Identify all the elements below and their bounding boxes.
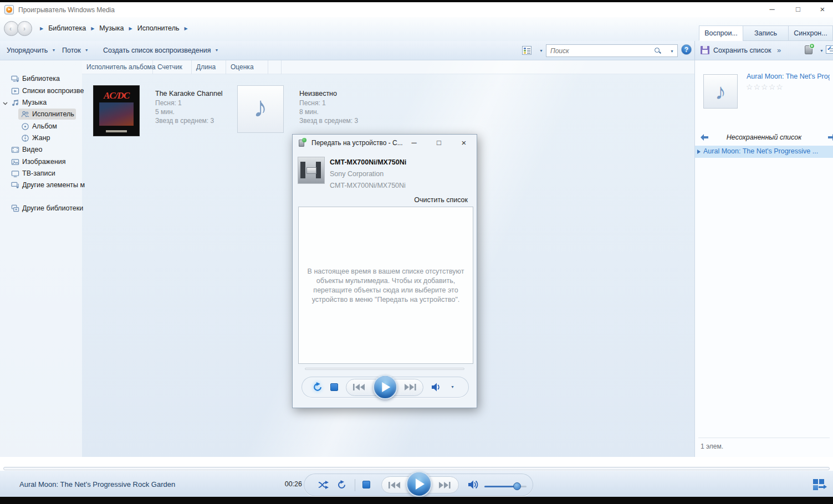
album-artist-title[interactable]: The Karaoke Channel <box>155 89 238 99</box>
breadcrumb-arrow-icon: ▶ <box>91 26 94 31</box>
sidebar-item-label: Списки воспроизве <box>22 87 84 95</box>
dialog-close-button[interactable]: × <box>456 136 472 150</box>
album-song-count: Песня: 1 <box>155 99 238 107</box>
album-meta: The Karaoke ChannelПесня: 15 мин.Звезд в… <box>155 89 238 125</box>
sidebar-item-album[interactable]: Альбом <box>0 121 82 132</box>
dialog-title: Передать на устройство - C... <box>311 139 403 147</box>
sidebar-item-label: Жанр <box>32 134 50 142</box>
save-icon <box>701 46 709 54</box>
stream-button[interactable]: Поток▼ <box>59 41 92 60</box>
next-button[interactable] <box>438 482 451 490</box>
breadcrumb: ▶Библиотека▶Музыка▶Исполнитель▶ <box>40 24 188 32</box>
dialog-minimize-button[interactable]: ─ <box>406 136 422 150</box>
sidebar-item-playlists[interactable]: Списки воспроизве <box>0 85 82 97</box>
playlist-item[interactable]: Aural Moon: The Net's Progressive ... <box>695 146 833 158</box>
chevron-down-icon[interactable]: ▼ <box>670 49 674 53</box>
breadcrumb-item-0[interactable]: Библиотека <box>47 24 87 32</box>
rating-stars[interactable]: ☆☆☆☆☆ <box>746 83 784 91</box>
navigation-sidebar: БиблиотекаСписки воспроизвеМузыкаИсполни… <box>0 60 82 457</box>
clear-list-button[interactable]: Очистить список <box>414 196 468 204</box>
sync-device-button[interactable]: ▼ <box>804 44 824 56</box>
dialog-volume-button[interactable] <box>431 382 440 394</box>
arrow-right-icon <box>819 486 824 488</box>
transport-controls <box>304 474 533 496</box>
title-bar: Проигрыватель Windows Media ─ □ × <box>0 2 833 17</box>
items-count: 1 элем. <box>701 443 723 450</box>
shuffle-button[interactable] <box>318 481 329 491</box>
search-icon[interactable] <box>654 47 661 54</box>
search-input[interactable] <box>550 46 645 55</box>
view-options-button[interactable]: ▼ <box>521 45 544 56</box>
sidebar-item-video[interactable]: Видео <box>0 144 82 156</box>
sidebar-item-label: ТВ-записи <box>22 169 55 177</box>
sidebar-item-music[interactable]: Музыка <box>0 97 82 109</box>
save-list-button[interactable]: Сохранить список <box>713 41 771 60</box>
column-header-1[interactable]: Счетчик <box>153 60 192 74</box>
album-meta: НеизвестноПесня: 18 мин.Звезд в среднем:… <box>299 89 382 125</box>
sidebar-item-other-media[interactable]: Другие элементы м <box>0 179 82 191</box>
breadcrumb-item-1[interactable]: Музыка <box>98 24 125 32</box>
dialog-play-button[interactable] <box>373 375 397 399</box>
repeat-button[interactable] <box>337 480 346 491</box>
create-playlist-button[interactable]: Создать список воспроизведения▼ <box>100 41 222 60</box>
dialog-maximize-button[interactable]: □ <box>431 136 447 150</box>
album-art-note[interactable]: ♪ <box>237 85 284 136</box>
back-button[interactable]: ‹ <box>4 21 19 36</box>
dialog-next-button[interactable] <box>403 384 417 392</box>
help-button[interactable]: ? <box>681 44 692 55</box>
maximize-button[interactable]: □ <box>790 3 806 16</box>
tab-burn[interactable]: Запись <box>743 25 788 41</box>
tab-play[interactable]: Воспрои... <box>699 25 743 41</box>
mute-button[interactable] <box>468 480 480 491</box>
column-header-2[interactable]: Длина <box>192 60 226 74</box>
chevron-down-icon: ▼ <box>214 48 218 52</box>
column-header-0[interactable]: Исполнитель альбома <box>82 60 153 74</box>
album-artist-title[interactable]: Неизвестно <box>299 89 382 99</box>
wmp-window: Проигрыватель Windows Media ─ □ × ‹ › ▶Б… <box>0 2 833 497</box>
album-rating: Звезд в среднем: 3 <box>155 116 238 125</box>
play-list-pane: ♪ Aural Moon: The Net's Prog... ☆☆☆☆☆ Не… <box>694 60 833 457</box>
album-length: 5 мин. <box>155 107 238 116</box>
organize-button[interactable]: Упорядочить▼ <box>3 41 59 60</box>
sidebar-item-tv[interactable]: ТВ-записи <box>0 168 82 179</box>
sidebar-item-other-libraries[interactable]: Другие библиотеки <box>0 203 82 214</box>
volume-slider[interactable] <box>484 486 527 487</box>
dialog-scrollbar[interactable] <box>305 368 464 370</box>
next-list-arrow-button[interactable] <box>827 133 833 141</box>
play-button[interactable] <box>406 471 432 497</box>
forward-button[interactable]: › <box>17 21 32 36</box>
sidebar-item-label: Другие библиотеки <box>22 204 83 212</box>
back-arrow-icon: ‹ <box>9 25 12 33</box>
green-play-badge-icon <box>809 43 815 49</box>
chevron-expanded-icon[interactable] <box>3 100 8 105</box>
stop-button[interactable] <box>362 481 370 488</box>
close-button[interactable]: × <box>814 3 831 16</box>
now-playing-title-link[interactable]: Aural Moon: The Net's Prog... <box>747 73 830 80</box>
seek-slider[interactable] <box>3 467 830 470</box>
list-options-button[interactable]: ▼ <box>826 44 833 56</box>
switch-to-now-playing-button[interactable] <box>813 479 826 492</box>
sidebar-item-artist[interactable]: Исполнитель <box>0 109 82 120</box>
volume-knob[interactable] <box>513 482 521 490</box>
album-length: 8 мин. <box>299 107 382 116</box>
previous-button[interactable] <box>388 482 401 490</box>
acdc-album-cover: AC/DC <box>93 85 140 136</box>
sidebar-item-genre[interactable]: Жанр <box>0 132 82 144</box>
volume-fill <box>484 486 517 487</box>
minimize-button[interactable]: ─ <box>764 3 780 16</box>
column-header-3[interactable]: Оценка <box>226 60 268 74</box>
dialog-repeat-button[interactable] <box>313 382 323 394</box>
album-art-acdc[interactable]: AC/DC <box>93 85 140 136</box>
sidebar-item-library[interactable]: Библиотека <box>0 73 82 85</box>
overflow-chevron-button[interactable]: » <box>777 41 781 60</box>
dialog-stop-button[interactable] <box>330 383 338 391</box>
breadcrumb-arrow-icon: ▶ <box>40 26 43 31</box>
cast-queue-list[interactable]: В настоящее время в вашем списке отсутст… <box>298 207 473 364</box>
sidebar-item-pictures[interactable]: Изображения <box>0 156 82 168</box>
tab-sync[interactable]: Синхрон... <box>788 25 833 41</box>
breadcrumb-item-2[interactable]: Исполнитель <box>136 24 181 32</box>
window-title: Проигрыватель Windows Media <box>18 6 115 14</box>
dialog-volume-caret[interactable]: ▼ <box>451 385 454 389</box>
dialog-previous-button[interactable] <box>352 384 366 392</box>
cast-device-icon <box>298 138 306 147</box>
